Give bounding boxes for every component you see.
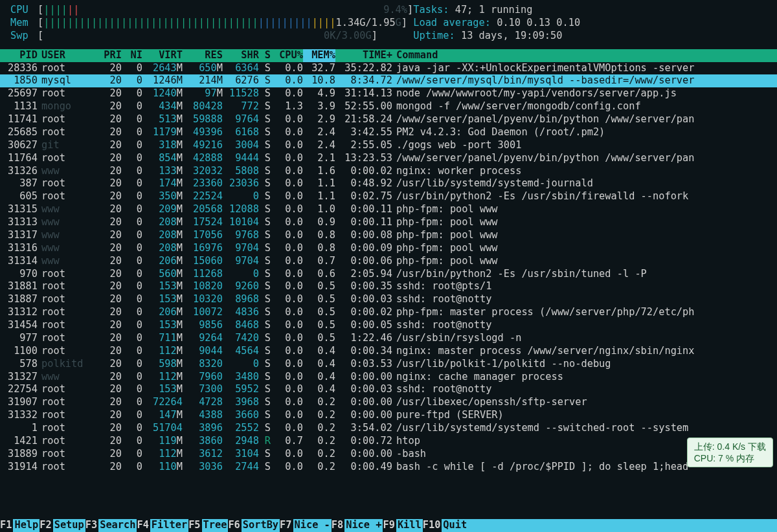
process-row[interactable]: 970root200560M112680S0.00.62:05.94/usr/b…: [0, 268, 777, 281]
fnlabel-f9[interactable]: Kill: [396, 519, 423, 532]
fnkey-f10[interactable]: F10: [423, 519, 442, 532]
fnlabel-f4[interactable]: Filter: [150, 519, 188, 532]
process-row[interactable]: 28336root2002643M650M6364S0.032.735:22.8…: [0, 62, 777, 75]
hdr-cpup[interactable]: CPU%: [271, 49, 303, 62]
hdr-res[interactable]: RES: [183, 49, 223, 62]
process-row[interactable]: 30627git200318M492163004S0.02.42:55.05./…: [0, 139, 777, 152]
process-row[interactable]: 31332root200147M43883660S0.00.20:00.00pu…: [0, 409, 777, 422]
hdr-time[interactable]: TIME+: [335, 49, 392, 62]
process-row[interactable]: 31326www200133M320325808S0.01.60:00.02ng…: [0, 165, 777, 178]
system-overlay-widget: 上传: 0.4 K/s 下载 CPU: 7 % 内存: [687, 438, 773, 467]
process-row[interactable]: 605root200350M225240S0.01.10:02.75/usr/b…: [0, 190, 777, 203]
process-row[interactable]: 25685root2001179M493966168S0.02.43:42.55…: [0, 126, 777, 139]
fnlabel-f1[interactable]: Help: [13, 519, 39, 532]
overlay-line2: CPU: 7 % 内存: [694, 452, 766, 464]
process-row[interactable]: 31327www200112M79603480S0.00.40:00.00ngi…: [0, 371, 777, 384]
function-key-bar[interactable]: F1Help F2Setup F3SearchF4FilterF5Tree F6…: [0, 519, 777, 532]
process-row[interactable]: 31314www200206M150609704S0.00.70:00.06ph…: [0, 255, 777, 268]
process-row[interactable]: 1root2005170438962552S0.00.23:54.02/usr/…: [0, 422, 777, 435]
process-row[interactable]: 1421root200119M38602948R0.70.20:00.72hto…: [0, 435, 777, 448]
hdr-virt[interactable]: VIRT: [142, 49, 183, 62]
fnlabel-f2[interactable]: Setup: [53, 519, 85, 532]
process-row[interactable]: 31316www200208M169769704S0.00.80:00.09ph…: [0, 242, 777, 255]
overlay-line1: 上传: 0.4 K/s 下载: [694, 441, 766, 452]
mem-meter-bar: [|||||||||||||||||||||||||||||||||||||||…: [38, 17, 407, 30]
process-row[interactable]: 387root200174M2336023036S0.01.10:48.92/u…: [0, 177, 777, 190]
hdr-shr[interactable]: SHR: [223, 49, 259, 62]
process-row[interactable]: 1100root200112M90444564S0.00.40:00.34ngi…: [0, 345, 777, 358]
fnkey-f2[interactable]: F2: [39, 519, 52, 532]
cpu-meter-bar: [|||||| 9.4%]: [38, 4, 413, 17]
fnkey-f5[interactable]: F5: [188, 519, 201, 532]
process-row[interactable]: 31313www200208M1752410104S0.00.90:00.11p…: [0, 216, 777, 229]
process-row[interactable]: 578polkitd200598M83200S0.00.40:03.53/usr…: [0, 358, 777, 371]
summary-panel: Tasks: 47; 1 running Load average: 0.10 …: [413, 4, 580, 43]
hdr-memp[interactable]: MEM%: [303, 49, 335, 62]
fnlabel-f3[interactable]: Search: [98, 519, 137, 532]
fnkey-f7[interactable]: F7: [280, 519, 293, 532]
cpu-meter-label: CPU: [10, 4, 38, 17]
process-row[interactable]: 22754root200153M73005952S0.00.40:00.03ss…: [0, 383, 777, 396]
process-row[interactable]: 31907root2007226447283968S0.00.20:00.00/…: [0, 396, 777, 409]
fnlabel-f7[interactable]: Nice -: [293, 519, 332, 532]
hdr-pri[interactable]: PRI: [93, 49, 122, 62]
process-row[interactable]: 31887root200153M103208968S0.00.50:00.03s…: [0, 293, 777, 306]
hdr-s[interactable]: S: [259, 49, 271, 62]
fnlabel-f8[interactable]: Nice +: [344, 519, 383, 532]
swp-meter-label: Swp: [10, 30, 38, 43]
swp-meter-bar: [ 0K/3.00G]: [38, 30, 377, 43]
process-row[interactable]: 31454root200153M98568468S0.00.50:00.05ss…: [0, 319, 777, 332]
fnkey-f3[interactable]: F3: [85, 519, 98, 532]
mem-meter-label: Mem: [10, 17, 38, 30]
process-row[interactable]: 31312root200206M100724836S0.00.50:00.02p…: [0, 306, 777, 319]
uptime-line: Uptime: 13 days, 19:09:50: [413, 30, 580, 43]
fnkey-f9[interactable]: F9: [383, 519, 396, 532]
process-list[interactable]: 28336root2002643M650M6364S0.032.735:22.8…: [0, 62, 777, 474]
process-row[interactable]: 31914root200110M30362744S0.00.20:00.49ba…: [0, 461, 777, 474]
hdr-cmd[interactable]: Command: [392, 49, 777, 62]
process-row[interactable]: 31315www200209M2056812088S0.01.00:00.11p…: [0, 203, 777, 216]
mem-meter: Mem [|||||||||||||||||||||||||||||||||||…: [10, 17, 413, 30]
process-row[interactable]: 31317www200208M170569768S0.00.80:00.08ph…: [0, 229, 777, 242]
fnkey-f8[interactable]: F8: [332, 519, 344, 532]
process-row[interactable]: 1131mongo200434M80428772S1.33.952:55.00m…: [0, 100, 777, 113]
tasks-line: Tasks: 47; 1 running: [413, 4, 580, 17]
hdr-user[interactable]: USER: [38, 49, 93, 62]
fnkey-f6[interactable]: F6: [228, 519, 241, 532]
load-line: Load average: 0.10 0.13 0.10: [413, 17, 580, 30]
swp-meter: Swp [ 0K/3.00G]: [10, 30, 413, 43]
process-header-row[interactable]: PID USER PRI NI VIRT RES SHR S CPU% MEM%…: [0, 49, 777, 62]
process-row[interactable]: 977root200711M92647420S0.00.51:22.46/usr…: [0, 332, 777, 345]
fnbar-filler: [468, 519, 777, 532]
cpu-meter: CPU [|||||| 9.4%]: [10, 4, 413, 17]
fnkey-f4[interactable]: F4: [137, 519, 150, 532]
process-row[interactable]: 31889root200112M36123104S0.00.20:00.00-b…: [0, 448, 777, 461]
hdr-pid[interactable]: PID: [0, 49, 38, 62]
process-row[interactable]: 1850mysql2001246M214M6276S0.010.88:34.72…: [0, 74, 777, 87]
hdr-ni[interactable]: NI: [122, 49, 142, 62]
fnlabel-f5[interactable]: Tree: [202, 519, 229, 532]
fnkey-f1[interactable]: F1: [0, 519, 13, 532]
process-row[interactable]: 31881root200153M108209260S0.00.50:00.35s…: [0, 280, 777, 293]
fnlabel-f6[interactable]: SortBy: [242, 519, 280, 532]
process-row[interactable]: 25697root2001240M97M11528S0.04.931:14.13…: [0, 87, 777, 100]
fnlabel-f10[interactable]: Quit: [442, 519, 468, 532]
meters-panel: CPU [|||||| 9.4%] Mem [|||||||||||||||||…: [0, 4, 413, 43]
process-row[interactable]: 11764root200854M428889444S0.02.113:23.53…: [0, 152, 777, 165]
process-row[interactable]: 11741root200513M598889764S0.02.921:58.24…: [0, 113, 777, 126]
